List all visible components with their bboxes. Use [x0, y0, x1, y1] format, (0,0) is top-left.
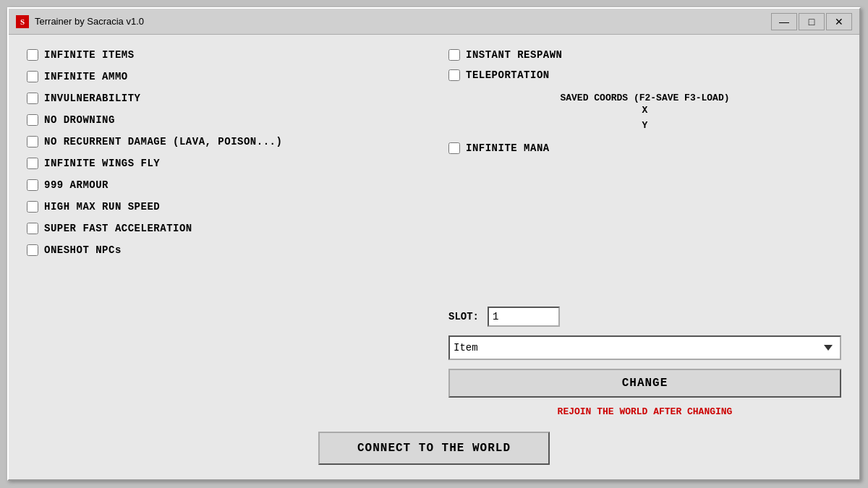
- title-bar-buttons: — □ ✕: [771, 13, 852, 30]
- checkbox-item-oneshot-npcs[interactable]: ONESHOT NPCs: [27, 244, 420, 256]
- app-icon: S: [16, 15, 29, 28]
- slot-label: SLOT:: [448, 311, 479, 322]
- label-high-max-run-speed: HIGH MAX RUN SPEED: [44, 201, 160, 213]
- checkbox-item-teleportation[interactable]: TELEPORTATION: [448, 69, 841, 81]
- left-column: INFINITE ITEMSINFINITE AMMOINVULNERABILI…: [27, 49, 434, 417]
- item-select[interactable]: Item: [448, 335, 841, 360]
- close-button[interactable]: ✕: [826, 13, 852, 30]
- label-instant-respawn: INSTANT RESPAWN: [466, 49, 563, 61]
- label-no-recurrent-damage: NO RECURRENT DAMAGE (LAVA, POISON...): [44, 136, 282, 147]
- label-no-drowning: NO DROWNING: [44, 114, 115, 126]
- checkbox-infinite-mana[interactable]: [448, 142, 460, 154]
- checkbox-super-fast-acceleration[interactable]: [27, 223, 38, 234]
- label-super-fast-acceleration: SUPER FAST ACCELERATION: [44, 223, 192, 234]
- checkbox-infinite-wings-fly[interactable]: [27, 158, 38, 169]
- item-select-wrapper: Item: [448, 335, 841, 360]
- checkbox-item-high-max-run-speed[interactable]: HIGH MAX RUN SPEED: [27, 201, 420, 213]
- checkbox-oneshot-npcs[interactable]: [27, 244, 38, 256]
- checkbox-item-no-recurrent-damage[interactable]: NO RECURRENT DAMAGE (LAVA, POISON...): [27, 136, 420, 147]
- saved-coords-title: SAVED COORDS (F2-SAVE F3-LOAD): [448, 93, 841, 103]
- checkbox-no-recurrent-damage[interactable]: [27, 136, 38, 147]
- slot-input[interactable]: [488, 307, 560, 327]
- checkbox-item-infinite-mana[interactable]: INFINITE MANA: [448, 142, 841, 154]
- right-column: INSTANT RESPAWNTELEPORTATIONSAVED COORDS…: [434, 49, 841, 417]
- minimize-button[interactable]: —: [771, 13, 797, 30]
- label-invulnerability: INVULNERABILITY: [44, 93, 141, 104]
- change-button[interactable]: CHANGE: [448, 369, 841, 398]
- label-infinite-ammo: INFINITE AMMO: [44, 71, 128, 82]
- checkbox-item-no-drowning[interactable]: NO DROWNING: [27, 114, 420, 126]
- app-window: S Terrainer by Sacracia v1.0 — □ ✕ INFIN…: [7, 7, 861, 481]
- checkbox-item-999-armour[interactable]: 999 ARMOUR: [27, 179, 420, 191]
- checkbox-item-infinite-ammo[interactable]: INFINITE AMMO: [27, 71, 420, 82]
- checkbox-no-drowning[interactable]: [27, 114, 38, 126]
- title-bar-left: S Terrainer by Sacracia v1.0: [16, 15, 144, 28]
- title-bar: S Terrainer by Sacracia v1.0 — □ ✕: [9, 9, 859, 35]
- two-columns: INFINITE ITEMSINFINITE AMMOINVULNERABILI…: [9, 35, 859, 424]
- checkbox-item-infinite-items[interactable]: INFINITE ITEMS: [27, 49, 420, 61]
- connect-button[interactable]: CONNECT TO THE WORLD: [318, 432, 550, 465]
- label-oneshot-npcs: ONESHOT NPCs: [44, 244, 122, 256]
- checkbox-invulnerability[interactable]: [27, 93, 38, 104]
- saved-coords-section: SAVED COORDS (F2-SAVE F3-LOAD)XY: [448, 93, 841, 134]
- checkbox-high-max-run-speed[interactable]: [27, 201, 38, 213]
- window-title: Terrainer by Sacracia v1.0: [35, 16, 144, 27]
- label-teleportation: TELEPORTATION: [466, 69, 550, 81]
- checkbox-infinite-ammo[interactable]: [27, 71, 38, 82]
- checkbox-instant-respawn[interactable]: [448, 49, 460, 61]
- checkbox-999-armour[interactable]: [27, 179, 38, 191]
- slot-section: SLOT:: [448, 307, 841, 327]
- checkbox-item-infinite-wings-fly[interactable]: INFINITE WINGS FLY: [27, 158, 420, 169]
- rejoin-text: REJOIN THE WORLD AFTER CHANGING: [448, 406, 841, 417]
- label-infinite-mana: INFINITE MANA: [466, 142, 550, 154]
- label-999-armour: 999 ARMOUR: [44, 179, 109, 191]
- checkbox-teleportation[interactable]: [448, 69, 460, 81]
- bottom-bar: CONNECT TO THE WORLD: [9, 424, 859, 479]
- maximize-button[interactable]: □: [799, 13, 825, 30]
- main-content: INFINITE ITEMSINFINITE AMMOINVULNERABILI…: [9, 35, 859, 479]
- label-infinite-wings-fly: INFINITE WINGS FLY: [44, 158, 160, 169]
- coords-xy: XY: [448, 103, 841, 134]
- checkbox-item-instant-respawn[interactable]: INSTANT RESPAWN: [448, 49, 841, 61]
- label-infinite-items: INFINITE ITEMS: [44, 49, 135, 61]
- checkbox-item-super-fast-acceleration[interactable]: SUPER FAST ACCELERATION: [27, 223, 420, 234]
- checkbox-item-invulnerability[interactable]: INVULNERABILITY: [27, 93, 420, 104]
- checkbox-infinite-items[interactable]: [27, 49, 38, 61]
